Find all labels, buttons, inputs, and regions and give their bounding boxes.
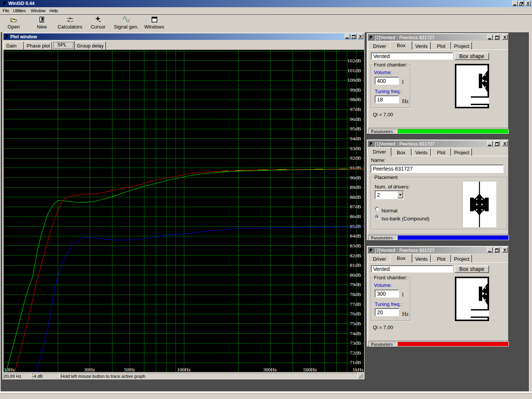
svg-text:93dB: 93dB [350,146,361,151]
svg-text:95dB: 95dB [350,126,361,131]
svg-text:85dB: 85dB [350,223,361,229]
svg-text:97dB: 97dB [350,106,361,112]
svg-text:87dB: 87dB [350,204,361,209]
svg-text:500Hz: 500Hz [303,367,317,372]
svg-text:101dB: 101dB [347,68,361,73]
svg-text:96dB: 96dB [350,116,361,122]
svg-text:73dB: 73dB [350,340,361,346]
svg-text:102dB: 102dB [347,58,361,63]
svg-text:71dB: 71dB [350,359,361,365]
svg-text:1kHz: 1kHz [353,367,364,372]
svg-text:94dB: 94dB [350,136,361,141]
svg-text:300Hz: 300Hz [263,367,277,372]
svg-text:30Hz: 30Hz [84,367,95,372]
svg-text:91dB: 91dB [350,165,361,171]
svg-text:83dB: 83dB [350,243,361,249]
svg-text:88dB: 88dB [350,194,361,200]
svg-text:74dB: 74dB [350,331,361,336]
svg-text:72dB: 72dB [350,350,361,356]
svg-text:82dB: 82dB [350,253,361,258]
svg-text:77dB: 77dB [350,301,361,307]
svg-text:86dB: 86dB [350,214,361,219]
svg-text:90dB: 90dB [350,175,361,180]
svg-text:75dB: 75dB [350,321,361,326]
svg-text:84dB: 84dB [350,233,361,239]
svg-text:98dB: 98dB [350,97,361,102]
svg-text:99dB: 99dB [350,87,361,93]
svg-text:78dB: 78dB [350,291,361,297]
svg-text:89dB: 89dB [350,184,361,190]
svg-text:50Hz: 50Hz [124,367,135,372]
svg-text:76dB: 76dB [350,311,361,317]
svg-text:10Hz: 10Hz [4,367,15,372]
svg-text:92dB: 92dB [350,155,361,161]
svg-text:79dB: 79dB [350,282,361,287]
svg-text:100dB: 100dB [347,77,361,83]
svg-text:100Hz: 100Hz [177,367,191,372]
svg-text:81dB: 81dB [350,262,361,268]
svg-text:80dB: 80dB [350,272,361,278]
